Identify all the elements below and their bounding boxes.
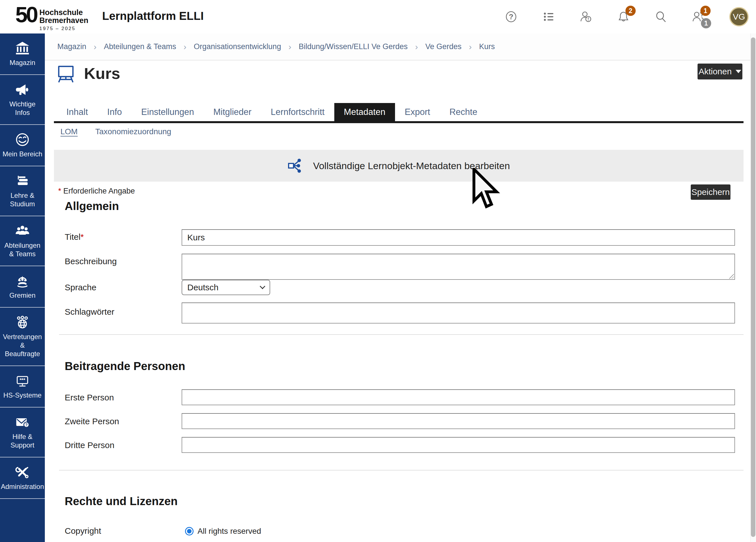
sidebar-item-hs-systeme[interactable]: *** HS-Systeme	[0, 366, 45, 407]
assembly-icon	[15, 274, 30, 288]
books-icon	[15, 174, 30, 188]
share-hub-icon	[287, 157, 306, 175]
section-divider	[59, 334, 744, 335]
smiley-icon	[15, 132, 30, 147]
breadcrumb-item-magazin[interactable]: Magazin	[57, 42, 86, 51]
tab-einstellungen[interactable]: Einstellungen	[132, 103, 204, 121]
subtab-lom[interactable]: LOM	[60, 127, 78, 136]
breadcrumb-item-bildung-wissen[interactable]: Bildung/Wissen/ELLI Ve Gerdes	[299, 42, 408, 51]
titel-input[interactable]	[182, 229, 735, 246]
contacts-badge-bottom: 1	[701, 18, 711, 28]
edit-full-metadata-banner[interactable]: Vollständige Lernobjekt-Metadaten bearbe…	[54, 150, 744, 182]
top-header: 50 Hochschule Bremerhaven 1975 – 2025 Le…	[0, 0, 756, 33]
section-allgemein-title: Allgemein	[65, 200, 119, 213]
erste-person-input[interactable]	[182, 389, 735, 405]
beschreibung-textarea[interactable]	[182, 254, 735, 280]
breadcrumb-separator: ›	[469, 42, 472, 52]
tab-metadaten[interactable]: Metadaten	[334, 103, 395, 121]
scrollbar-track[interactable]	[750, 33, 756, 542]
svg-text:?: ?	[509, 12, 513, 21]
edit-full-metadata-label: Vollständige Lernobjekt-Metadaten bearbe…	[313, 160, 510, 171]
save-button[interactable]: Speichern	[691, 184, 730, 200]
copyright-label: Copyright	[65, 526, 101, 536]
required-note: * Erforderliche Angabe	[58, 187, 135, 196]
beschreibung-label: Beschreibung	[65, 257, 117, 266]
save-button-label: Speichern	[691, 187, 730, 197]
breadcrumb-separator: ›	[184, 42, 186, 52]
course-easel-icon	[57, 65, 75, 85]
contacts-badge-top: 1	[700, 6, 711, 16]
logo-name-line2: Bremerhaven	[39, 16, 89, 24]
breadcrumb-separator: ›	[288, 42, 291, 52]
tab-lernfortschritt[interactable]: Lernfortschritt	[261, 103, 334, 121]
university-logo: 50 Hochschule Bremerhaven 1975 – 2025	[15, 3, 88, 31]
copyright-option-label: All rights reserved	[198, 527, 261, 536]
user-avatar[interactable]: VG	[729, 7, 749, 26]
breadcrumb-item-kurs[interactable]: Kurs	[479, 42, 495, 51]
copyright-radio[interactable]	[185, 527, 194, 535]
sidebar-item-hilfe-support[interactable]: ? Hilfe & Support	[0, 407, 45, 457]
subtab-bar: LOM Taxonomiezuordnung	[60, 127, 171, 136]
tab-mitglieder[interactable]: Mitglieder	[204, 103, 261, 121]
notifications-badge: 2	[625, 6, 636, 16]
tab-export[interactable]: Export	[395, 103, 440, 121]
logo-name-line1: Hochschule	[39, 9, 89, 16]
page-title: Kurs	[84, 64, 120, 83]
caret-down-icon	[736, 70, 741, 73]
people-group-icon	[15, 224, 30, 238]
copyright-radio-row: All rights reserved	[185, 527, 261, 536]
schlagwoerter-label: Schlagwörter	[65, 307, 114, 317]
breadcrumb: Magazin › Abteilungen & Teams › Organisa…	[45, 33, 750, 60]
sidebar-item-gremien[interactable]: Gremien	[0, 266, 45, 308]
tab-rechte[interactable]: Rechte	[440, 103, 487, 121]
language-select-value: Deutsch	[187, 283, 219, 292]
megaphone-icon	[15, 82, 30, 97]
erste-person-label: Erste Person	[65, 393, 114, 402]
section-divider	[59, 470, 744, 470]
sidebar-item-magazin[interactable]: Magazin	[0, 33, 45, 75]
mail-question-icon: ?	[15, 415, 30, 430]
zweite-person-input[interactable]	[182, 413, 735, 429]
search-icon[interactable]	[654, 10, 667, 23]
globe-people-icon	[15, 315, 30, 330]
subtab-taxonomiezuordnung[interactable]: Taxonomiezuordnung	[95, 127, 171, 136]
breadcrumb-separator: ›	[94, 42, 96, 52]
actions-button[interactable]: Aktionen	[698, 64, 742, 79]
breadcrumb-item-organisationsentwicklung[interactable]: Organisationsentwicklung	[194, 42, 281, 51]
breadcrumb-item-abteilungen[interactable]: Abteilungen & Teams	[104, 42, 176, 51]
tab-info[interactable]: Info	[98, 103, 132, 121]
bank-icon	[15, 41, 30, 56]
sidebar-item-mein-bereich[interactable]: Mein Bereich	[0, 125, 45, 166]
logo-50: 50	[15, 3, 37, 26]
main-sidebar: Magazin Wichtige Infos Mein Bereich Lehr…	[0, 33, 45, 542]
svg-text:?: ?	[25, 423, 28, 427]
tools-icon	[15, 465, 30, 480]
sidebar-item-wichtige-infos[interactable]: Wichtige Infos	[0, 75, 45, 125]
section-beitragende-title: Beitragende Personen	[65, 360, 185, 373]
tab-underline	[54, 121, 744, 123]
tab-inhalt[interactable]: Inhalt	[57, 103, 98, 121]
breadcrumb-separator: ›	[415, 42, 418, 52]
logo-years: 1975 – 2025	[39, 26, 89, 31]
menu-list-icon[interactable]	[542, 10, 555, 23]
sidebar-item-abteilungen-teams[interactable]: Abteilungen & Teams	[0, 216, 45, 266]
breadcrumb-item-ve-gerdes[interactable]: Ve Gerdes	[425, 42, 462, 51]
zweite-person-label: Zweite Person	[65, 417, 119, 426]
sidebar-item-vertretungen[interactable]: Vertretungen & Beauftragte	[0, 308, 45, 366]
sprache-label: Sprache	[65, 283, 96, 292]
sidebar-item-administration[interactable]: Administration	[0, 457, 45, 499]
sidebar-item-lehre-studium[interactable]: Lehre & Studium	[0, 166, 45, 216]
dritte-person-input[interactable]	[182, 437, 735, 453]
help-icon[interactable]: ?	[505, 10, 518, 23]
user-activity-icon[interactable]: !	[579, 10, 593, 23]
contacts-icon[interactable]: 1 1	[692, 10, 705, 23]
scrollbar-thumb[interactable]	[751, 37, 755, 537]
monitor-icon: ***	[15, 373, 30, 388]
titel-label: Titel*	[65, 232, 84, 242]
notifications-bell-icon[interactable]: 2	[617, 10, 630, 23]
tab-bar: Inhalt Info Einstellungen Mitglieder Ler…	[57, 103, 487, 121]
schlagwoerter-input[interactable]	[182, 302, 735, 323]
actions-button-label: Aktionen	[699, 67, 732, 76]
language-select[interactable]: Deutsch	[182, 280, 270, 295]
dritte-person-label: Dritte Person	[65, 440, 114, 450]
